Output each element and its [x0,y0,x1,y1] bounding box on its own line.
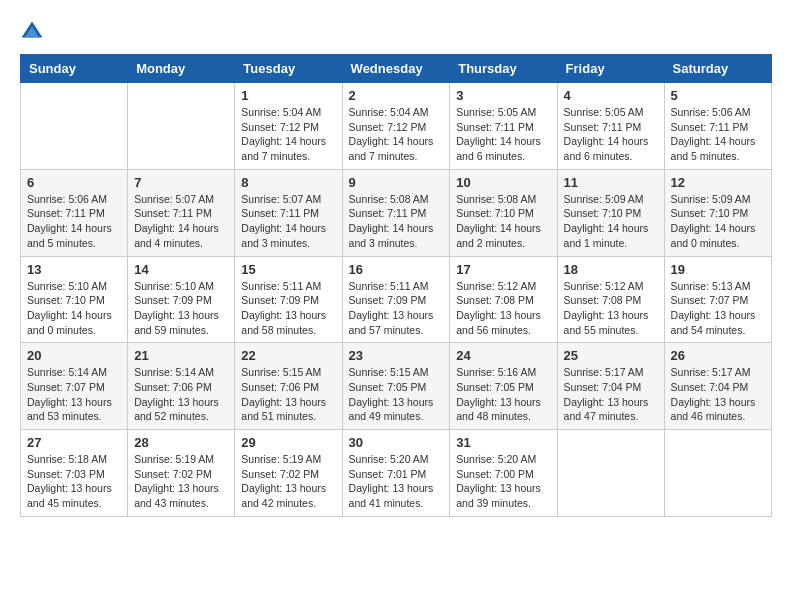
day-info: Sunrise: 5:20 AM Sunset: 7:01 PM Dayligh… [349,452,444,511]
weekday-header-tuesday: Tuesday [235,55,342,83]
day-number: 17 [456,262,550,277]
day-number: 25 [564,348,658,363]
day-number: 20 [27,348,121,363]
day-number: 18 [564,262,658,277]
day-info: Sunrise: 5:14 AM Sunset: 7:07 PM Dayligh… [27,365,121,424]
calendar-cell: 31Sunrise: 5:20 AM Sunset: 7:00 PM Dayli… [450,430,557,517]
calendar-cell: 22Sunrise: 5:15 AM Sunset: 7:06 PM Dayli… [235,343,342,430]
weekday-header-sunday: Sunday [21,55,128,83]
day-number: 2 [349,88,444,103]
calendar-cell: 20Sunrise: 5:14 AM Sunset: 7:07 PM Dayli… [21,343,128,430]
day-info: Sunrise: 5:19 AM Sunset: 7:02 PM Dayligh… [134,452,228,511]
calendar-cell: 26Sunrise: 5:17 AM Sunset: 7:04 PM Dayli… [664,343,771,430]
day-info: Sunrise: 5:11 AM Sunset: 7:09 PM Dayligh… [241,279,335,338]
day-info: Sunrise: 5:08 AM Sunset: 7:10 PM Dayligh… [456,192,550,251]
day-info: Sunrise: 5:12 AM Sunset: 7:08 PM Dayligh… [564,279,658,338]
calendar-cell: 28Sunrise: 5:19 AM Sunset: 7:02 PM Dayli… [128,430,235,517]
day-number: 21 [134,348,228,363]
calendar-cell: 19Sunrise: 5:13 AM Sunset: 7:07 PM Dayli… [664,256,771,343]
day-number: 28 [134,435,228,450]
day-number: 26 [671,348,765,363]
day-info: Sunrise: 5:13 AM Sunset: 7:07 PM Dayligh… [671,279,765,338]
day-info: Sunrise: 5:10 AM Sunset: 7:10 PM Dayligh… [27,279,121,338]
day-info: Sunrise: 5:12 AM Sunset: 7:08 PM Dayligh… [456,279,550,338]
calendar-cell: 7Sunrise: 5:07 AM Sunset: 7:11 PM Daylig… [128,169,235,256]
day-info: Sunrise: 5:10 AM Sunset: 7:09 PM Dayligh… [134,279,228,338]
day-number: 10 [456,175,550,190]
day-info: Sunrise: 5:15 AM Sunset: 7:06 PM Dayligh… [241,365,335,424]
calendar-cell: 14Sunrise: 5:10 AM Sunset: 7:09 PM Dayli… [128,256,235,343]
calendar-header-row: SundayMondayTuesdayWednesdayThursdayFrid… [21,55,772,83]
calendar-week-row: 13Sunrise: 5:10 AM Sunset: 7:10 PM Dayli… [21,256,772,343]
calendar-cell: 18Sunrise: 5:12 AM Sunset: 7:08 PM Dayli… [557,256,664,343]
day-number: 31 [456,435,550,450]
calendar-cell: 12Sunrise: 5:09 AM Sunset: 7:10 PM Dayli… [664,169,771,256]
day-info: Sunrise: 5:18 AM Sunset: 7:03 PM Dayligh… [27,452,121,511]
calendar-cell: 2Sunrise: 5:04 AM Sunset: 7:12 PM Daylig… [342,83,450,170]
day-number: 12 [671,175,765,190]
calendar-cell: 30Sunrise: 5:20 AM Sunset: 7:01 PM Dayli… [342,430,450,517]
day-number: 5 [671,88,765,103]
day-info: Sunrise: 5:04 AM Sunset: 7:12 PM Dayligh… [241,105,335,164]
calendar-cell: 3Sunrise: 5:05 AM Sunset: 7:11 PM Daylig… [450,83,557,170]
calendar-cell: 25Sunrise: 5:17 AM Sunset: 7:04 PM Dayli… [557,343,664,430]
weekday-header-wednesday: Wednesday [342,55,450,83]
calendar-cell: 8Sunrise: 5:07 AM Sunset: 7:11 PM Daylig… [235,169,342,256]
calendar-cell: 21Sunrise: 5:14 AM Sunset: 7:06 PM Dayli… [128,343,235,430]
day-info: Sunrise: 5:19 AM Sunset: 7:02 PM Dayligh… [241,452,335,511]
day-number: 6 [27,175,121,190]
day-number: 15 [241,262,335,277]
day-info: Sunrise: 5:05 AM Sunset: 7:11 PM Dayligh… [456,105,550,164]
day-info: Sunrise: 5:04 AM Sunset: 7:12 PM Dayligh… [349,105,444,164]
logo-icon [20,20,44,44]
calendar-cell: 29Sunrise: 5:19 AM Sunset: 7:02 PM Dayli… [235,430,342,517]
day-info: Sunrise: 5:09 AM Sunset: 7:10 PM Dayligh… [671,192,765,251]
day-number: 16 [349,262,444,277]
day-number: 23 [349,348,444,363]
calendar-cell: 9Sunrise: 5:08 AM Sunset: 7:11 PM Daylig… [342,169,450,256]
day-info: Sunrise: 5:07 AM Sunset: 7:11 PM Dayligh… [241,192,335,251]
day-number: 7 [134,175,228,190]
day-number: 22 [241,348,335,363]
day-number: 24 [456,348,550,363]
day-number: 9 [349,175,444,190]
weekday-header-saturday: Saturday [664,55,771,83]
calendar-cell [128,83,235,170]
calendar-table: SundayMondayTuesdayWednesdayThursdayFrid… [20,54,772,517]
calendar-cell: 15Sunrise: 5:11 AM Sunset: 7:09 PM Dayli… [235,256,342,343]
weekday-header-friday: Friday [557,55,664,83]
calendar-cell: 17Sunrise: 5:12 AM Sunset: 7:08 PM Dayli… [450,256,557,343]
day-number: 19 [671,262,765,277]
day-info: Sunrise: 5:20 AM Sunset: 7:00 PM Dayligh… [456,452,550,511]
calendar-cell: 23Sunrise: 5:15 AM Sunset: 7:05 PM Dayli… [342,343,450,430]
day-info: Sunrise: 5:06 AM Sunset: 7:11 PM Dayligh… [671,105,765,164]
day-info: Sunrise: 5:08 AM Sunset: 7:11 PM Dayligh… [349,192,444,251]
day-info: Sunrise: 5:15 AM Sunset: 7:05 PM Dayligh… [349,365,444,424]
calendar-cell [21,83,128,170]
day-info: Sunrise: 5:17 AM Sunset: 7:04 PM Dayligh… [564,365,658,424]
calendar-cell: 27Sunrise: 5:18 AM Sunset: 7:03 PM Dayli… [21,430,128,517]
calendar-cell: 11Sunrise: 5:09 AM Sunset: 7:10 PM Dayli… [557,169,664,256]
day-number: 4 [564,88,658,103]
day-info: Sunrise: 5:06 AM Sunset: 7:11 PM Dayligh… [27,192,121,251]
day-number: 11 [564,175,658,190]
day-info: Sunrise: 5:14 AM Sunset: 7:06 PM Dayligh… [134,365,228,424]
day-number: 27 [27,435,121,450]
calendar-week-row: 6Sunrise: 5:06 AM Sunset: 7:11 PM Daylig… [21,169,772,256]
calendar-cell: 4Sunrise: 5:05 AM Sunset: 7:11 PM Daylig… [557,83,664,170]
day-number: 14 [134,262,228,277]
calendar-week-row: 27Sunrise: 5:18 AM Sunset: 7:03 PM Dayli… [21,430,772,517]
day-info: Sunrise: 5:09 AM Sunset: 7:10 PM Dayligh… [564,192,658,251]
calendar-cell: 1Sunrise: 5:04 AM Sunset: 7:12 PM Daylig… [235,83,342,170]
calendar-cell: 24Sunrise: 5:16 AM Sunset: 7:05 PM Dayli… [450,343,557,430]
calendar-cell [557,430,664,517]
calendar-week-row: 20Sunrise: 5:14 AM Sunset: 7:07 PM Dayli… [21,343,772,430]
page-header [20,20,772,44]
day-number: 1 [241,88,335,103]
calendar-cell: 5Sunrise: 5:06 AM Sunset: 7:11 PM Daylig… [664,83,771,170]
day-number: 8 [241,175,335,190]
weekday-header-monday: Monday [128,55,235,83]
calendar-week-row: 1Sunrise: 5:04 AM Sunset: 7:12 PM Daylig… [21,83,772,170]
calendar-cell [664,430,771,517]
day-info: Sunrise: 5:05 AM Sunset: 7:11 PM Dayligh… [564,105,658,164]
